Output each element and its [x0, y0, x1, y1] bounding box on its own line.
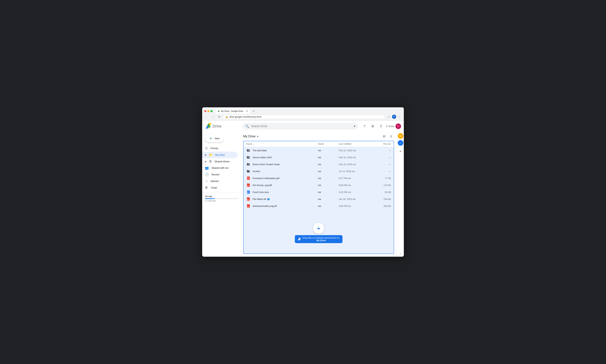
avatar[interactable]: C — [396, 123, 401, 129]
file-owner: me — [318, 198, 339, 200]
tab-close-button[interactable]: ✕ — [246, 110, 248, 113]
back-button[interactable]: ← — [204, 114, 209, 119]
tasks-button[interactable]: ✓ — [398, 140, 403, 146]
column-header-size: File size — [373, 143, 391, 145]
file-row[interactable]: W Food Carts.docx me 8:23 PM me 50 KB — [244, 189, 394, 195]
sidebar-item-shared-with-me[interactable]: 👥 Shared with me — [202, 165, 238, 171]
maximize-button[interactable] — [210, 110, 213, 112]
calendar-button[interactable]: 31 — [398, 133, 403, 139]
file-modified: 9:09 PM me — [339, 184, 373, 186]
sidebar-item-label-priority: Priority — [210, 147, 218, 150]
settings-button[interactable]: ⚙ — [369, 123, 376, 130]
drop-zone: Drop files to instantly upload them to: … — [295, 223, 343, 243]
file-name: Drive's Most Trusted Tester — [253, 163, 280, 166]
file-row[interactable]: Secure folder 2020 me Feb 10, 2020 me — — [244, 154, 394, 161]
new-button-label: New — [215, 137, 220, 140]
file-owner: me — [318, 184, 339, 186]
panel-expand-chevron[interactable]: › — [400, 252, 401, 255]
minimize-button[interactable] — [207, 110, 209, 112]
file-name-column: The last folder — [246, 148, 318, 153]
file-row[interactable]: The last folder me Feb 10, 2020 me — — [244, 147, 394, 154]
storage-label: Storage — [205, 195, 238, 198]
file-rows: The last folder me Feb 10, 2020 me — Sec… — [244, 147, 394, 209]
file-row[interactable]: IMG download button.png.tdf me 9:09 PM m… — [244, 203, 394, 209]
search-dropdown-icon[interactable]: ▾ — [354, 124, 355, 128]
svg-rect-18 — [318, 228, 319, 230]
file-row[interactable]: Archive me Jul 14, 2019 me — — [244, 168, 394, 175]
file-name-column: Secure folder 2020 — [246, 155, 318, 159]
search-input[interactable] — [251, 125, 352, 128]
sidebar-item-priority[interactable]: ☑ Priority — [202, 145, 238, 152]
browser-window: My Drive - Google Drive ✕ + ← → ↻ 🔒 driv… — [202, 107, 404, 257]
drop-text-area: Drop files to instantly upload them to: … — [303, 236, 340, 242]
file-size: — — [373, 156, 391, 159]
file-modified: 8:57 PM me — [339, 177, 373, 180]
bookmark-button[interactable]: ☆ — [386, 114, 391, 119]
add-panel-button[interactable]: + — [398, 148, 403, 154]
search-bar[interactable]: 🔍 ▾ — [243, 123, 358, 130]
help-button[interactable]: ? — [361, 123, 368, 130]
svg-point-4 — [248, 164, 249, 165]
sidebar-item-my-drive[interactable]: ▶ 📁 My Drive — [202, 152, 238, 158]
info-button[interactable]: ℹ — [388, 133, 394, 140]
new-tab-button[interactable]: + — [251, 109, 256, 113]
file-owner: me — [318, 149, 339, 152]
apps-button[interactable]: ⠿ — [378, 123, 385, 130]
file-size: 266 KB — [373, 205, 391, 207]
forward-button[interactable]: → — [210, 114, 215, 119]
new-plus-icon — [209, 137, 213, 140]
file-row[interactable]: IMG Pet Survey .png.tdf me 9:09 PM me 17… — [244, 182, 394, 189]
column-size-label: File size — [383, 143, 391, 145]
drop-cloud-icon — [313, 223, 324, 234]
file-name-column: PDF Purchase Confirmation.pdf — [246, 176, 318, 180]
new-button[interactable]: New — [205, 135, 224, 142]
file-modified: 9:09 PM me — [339, 205, 373, 207]
menu-button[interactable]: ⋮ — [397, 114, 402, 119]
reload-button[interactable]: ↻ — [217, 114, 222, 119]
lock-icon: 🔒 — [225, 116, 228, 118]
sidebar-item-trash[interactable]: 🗑 Trash — [202, 184, 238, 191]
content-header: My Drive ▾ ⊞ ℹ — [240, 132, 397, 141]
priority-icon: ☑ — [205, 146, 208, 150]
file-name-column: IMG download button.png.tdf — [246, 204, 318, 208]
content-title-text: My Drive — [243, 135, 256, 138]
file-owner: me — [318, 177, 339, 180]
drop-text: Drop files to instantly upload them to: — [303, 236, 340, 239]
close-button[interactable] — [204, 110, 206, 112]
sidebar-item-recent[interactable]: 🕐 Recent — [202, 171, 238, 178]
svg-point-2 — [248, 150, 249, 151]
title-bar: My Drive - Google Drive ✕ + — [202, 107, 404, 114]
profile-button[interactable]: P — [392, 115, 396, 119]
file-list-container[interactable]: Name ↓ Owner Last modified File size — [243, 141, 394, 254]
sidebar: New ☑ Priority ▶ 📁 My Drive ▶ 🖥 Shared d… — [202, 132, 240, 257]
sidebar-item-starred[interactable]: ☆ Starred — [202, 178, 238, 184]
file-name: The last folder — [253, 149, 267, 152]
grid-view-button[interactable]: ⊞ — [381, 133, 387, 140]
my-drive-expand-icon[interactable]: ▶ — [205, 154, 207, 156]
file-icon-folder — [246, 169, 250, 173]
file-row[interactable]: PDF Purchase Confirmation.pdf me 8:57 PM… — [244, 175, 394, 182]
svg-text:IMG: IMG — [247, 206, 249, 207]
browser-chrome: My Drive - Google Drive ✕ + ← → ↻ 🔒 driv… — [202, 107, 404, 121]
column-modified-label: Last modified — [339, 143, 351, 145]
gsuite-area: G Suite — [386, 125, 394, 128]
column-header-name[interactable]: Name ↓ — [246, 143, 318, 145]
active-tab[interactable]: My Drive - Google Drive ✕ — [215, 109, 250, 114]
calendar-day: 31 — [399, 135, 401, 137]
file-name: Archive — [253, 170, 260, 173]
address-bar: ← → ↻ 🔒 drive.google.com/drive/my-drive … — [202, 114, 404, 120]
drop-drive-icon — [298, 237, 301, 241]
shared-drives-expand-icon[interactable]: ▶ — [205, 160, 207, 163]
sidebar-item-label-my-drive: My Drive — [215, 154, 225, 156]
file-row[interactable]: IMG File Matrix.tdf 👥 me Jan 28, 2020 me… — [244, 195, 394, 203]
right-panel: 31 ✓ + › — [397, 132, 404, 257]
url-bar[interactable]: 🔒 drive.google.com/drive/my-drive — [223, 115, 385, 119]
drive-logo — [205, 123, 212, 130]
svg-rect-16 — [247, 204, 248, 205]
browser-actions: ☆ P ⋮ — [386, 114, 402, 119]
sidebar-item-shared-drives[interactable]: ▶ 🖥 Shared drives — [202, 158, 238, 165]
file-icon-pdf: PDF — [246, 176, 250, 180]
file-row[interactable]: Drive's Most Trusted Tester me Feb 10, 2… — [244, 161, 394, 168]
content-title-dropdown[interactable]: ▾ — [257, 135, 258, 138]
search-icon: 🔍 — [245, 124, 249, 128]
